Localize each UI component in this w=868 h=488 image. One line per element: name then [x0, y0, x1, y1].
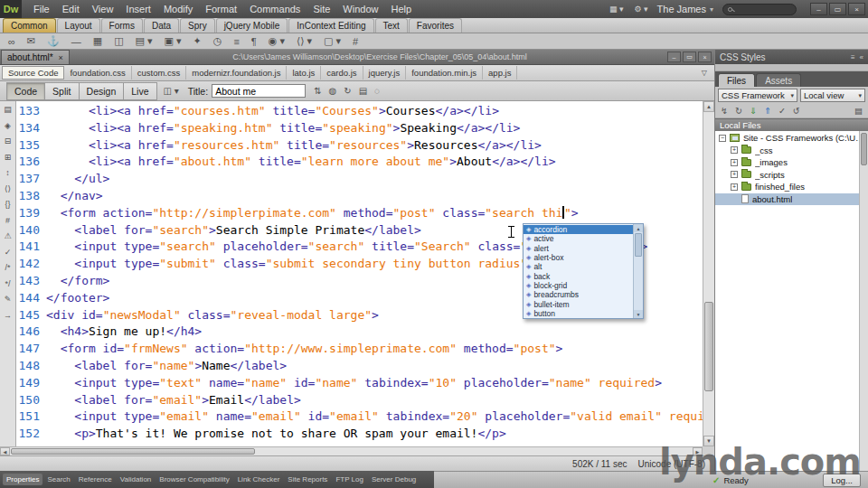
scroll-up-icon[interactable]: ▲	[634, 224, 643, 232]
view-select[interactable]: Local view ▾	[800, 89, 865, 102]
collapse-selection-icon[interactable]: ⊞	[5, 154, 12, 162]
hints-scrollbar[interactable]: ▲ ▼	[633, 224, 643, 318]
file-tree-item-scripts[interactable]: +_scripts	[715, 169, 868, 182]
code-hint-item[interactable]: ◈breadcrumbs	[524, 290, 633, 299]
insert-tab-data[interactable]: Data	[144, 18, 179, 33]
get-files-icon[interactable]: ⇓	[750, 106, 757, 116]
panel-menu-icon[interactable]: ≡	[851, 53, 855, 61]
code-navigator-icon[interactable]: ◈	[5, 122, 11, 130]
server-include-icon[interactable]: ≡	[233, 36, 239, 47]
code-text[interactable]: <form action="http://simplerpimate.com" …	[46, 205, 579, 222]
bottom-tab-server-debug[interactable]: Server Debug	[368, 474, 420, 485]
insert-tab-text[interactable]: Text	[375, 18, 408, 33]
remove-comment-icon[interactable]: */	[5, 280, 10, 288]
script-icon[interactable]: ⟨⟩ ▾	[297, 35, 312, 47]
related-file-cardo-js[interactable]: cardo.js	[321, 66, 363, 80]
code-hint-item[interactable]: ◈accordion	[524, 225, 633, 234]
scroll-down-icon[interactable]: ▼	[634, 310, 643, 318]
code-hint-item[interactable]: ◈alt	[524, 262, 633, 271]
layout-switcher-icon[interactable]: ▦ ▾	[609, 5, 624, 14]
select-parent-icon[interactable]: ⟨⟩	[5, 185, 11, 193]
widget-icon[interactable]: ✦	[193, 35, 202, 47]
expand-all-icon[interactable]: ↕	[5, 169, 10, 177]
collapse-panel-icon[interactable]: «	[860, 53, 863, 61]
code-text[interactable]: </footer>	[46, 290, 109, 307]
images-icon[interactable]: ▤ ▾	[136, 35, 153, 47]
highlight-invalid-icon[interactable]: ⚠	[4, 232, 11, 240]
menu-format[interactable]: Format	[199, 1, 243, 17]
code-text[interactable]: <form id="frmNews" action="http://www.si…	[46, 341, 562, 358]
minimize-button[interactable]: –	[810, 3, 827, 15]
code-hint-item[interactable]: ◈block-grid	[524, 281, 633, 290]
checkin-icon[interactable]: ↺	[793, 106, 800, 116]
date-icon[interactable]: ◷	[213, 35, 222, 47]
code-text[interactable]: <input type="text" name="name" id="name"…	[46, 375, 662, 392]
code-text[interactable]: <li><a href="courses.htm" title="Courses…	[46, 103, 499, 120]
extensions-icon[interactable]: ⚙ ▾	[634, 5, 647, 14]
expander-icon[interactable]: +	[731, 159, 738, 166]
open-documents-icon[interactable]: ▤	[4, 106, 12, 114]
tag-chooser-icon[interactable]: #	[353, 36, 358, 47]
insert-tab-incontext-editing[interactable]: InContext Editing	[288, 18, 373, 33]
hints-scroll-thumb[interactable]	[635, 233, 642, 257]
view-button-design[interactable]: Design	[79, 82, 125, 100]
view-button-live[interactable]: Live	[123, 82, 156, 100]
scroll-left-icon[interactable]: ◀	[0, 447, 10, 455]
related-file-custom-css[interactable]: custom.css	[132, 66, 187, 80]
code-hint-item[interactable]: ◈bullet-item	[524, 299, 633, 308]
expander-icon[interactable]: +	[731, 146, 738, 154]
code-hint-item[interactable]: ◈back	[524, 271, 633, 280]
put-files-icon[interactable]: ⇑	[764, 106, 771, 116]
code-text[interactable]: </ul>	[46, 171, 109, 188]
collapse-tag-icon[interactable]: ⊟	[5, 137, 12, 145]
app-logo[interactable]: Dw	[0, 0, 22, 18]
email-link-icon[interactable]: ✉	[27, 35, 35, 47]
close-button[interactable]: ×	[848, 3, 865, 15]
bottom-tab-site-reports[interactable]: Site Reports	[284, 474, 331, 485]
horizontal-scrollbar[interactable]: ◀ ▶	[0, 446, 703, 455]
code-text[interactable]: <label for="email">Email</label>	[46, 392, 301, 409]
bottom-tab-properties[interactable]: Properties	[3, 474, 42, 485]
code-text[interactable]: <p>That's it! We promise not to share OR…	[46, 426, 506, 443]
file-tree-item-images[interactable]: +_images	[715, 156, 868, 169]
scroll-up-icon[interactable]: ▲	[703, 101, 714, 112]
code-text[interactable]: <li><a href="about.htm" title="learn mor…	[46, 154, 556, 171]
visual-aids-icon[interactable]: ◌	[374, 86, 380, 96]
file-tree-item-about-html[interactable]: about.html	[715, 193, 868, 206]
bottom-tab-browser-compatibility[interactable]: Browser Compatibility	[156, 474, 232, 485]
search-input[interactable]	[722, 4, 797, 15]
hyperlink-icon[interactable]: ∞	[8, 36, 15, 47]
vertical-scrollbar[interactable]: ▲ ▼	[703, 101, 714, 446]
file-management-icon[interactable]: ⇅	[314, 86, 321, 96]
multiscreen-icon[interactable]: ◫ ▾	[164, 86, 179, 96]
view-button-code[interactable]: Code	[6, 82, 45, 100]
menu-modify[interactable]: Modify	[157, 1, 199, 17]
panel-tab-assets[interactable]: Assets	[756, 73, 801, 87]
code-text[interactable]: </form>	[46, 273, 109, 290]
bottom-tab-ftp-log[interactable]: FTP Log	[332, 474, 367, 485]
code-text[interactable]: </nav>	[46, 188, 103, 205]
menu-commands[interactable]: Commands	[243, 1, 307, 17]
syntax-alerts-icon[interactable]: ✓	[5, 249, 12, 257]
expander-icon[interactable]: +	[731, 171, 738, 178]
doc-minimize-button[interactable]: –	[667, 52, 681, 62]
menu-window[interactable]: Window	[336, 1, 384, 17]
doc-restore-button[interactable]: ▭	[683, 52, 696, 62]
menu-help[interactable]: Help	[384, 1, 418, 17]
related-file-app-js[interactable]: app.js	[483, 66, 517, 80]
code-text[interactable]: <label for="name">Name</label>	[46, 358, 287, 375]
table-icon[interactable]: ▦	[93, 35, 102, 47]
apply-comment-icon[interactable]: /*	[5, 264, 10, 272]
head-icon[interactable]: ◉ ▾	[269, 35, 285, 47]
code-text[interactable]: <input type="email" name="email" id="ema…	[46, 408, 703, 426]
code-hint-item[interactable]: ◈alert-box	[524, 253, 633, 262]
related-file-foundation-css[interactable]: foundation.css	[64, 66, 131, 80]
related-file-foundation-min-js[interactable]: foundation.min.js	[406, 66, 483, 80]
horizontal-rule-icon[interactable]: ―	[71, 36, 81, 47]
file-tree-item-site-css-frameworks-c-user[interactable]: −Site - CSS Frameworks (C:\User...	[715, 132, 868, 145]
expander-icon[interactable]: +	[731, 183, 738, 191]
title-input[interactable]	[212, 84, 306, 98]
panel-tab-files[interactable]: Files	[718, 73, 755, 87]
insert-tab-forms[interactable]: Forms	[101, 18, 143, 33]
code-text[interactable]: <label for="search">Search Simple Primat…	[46, 222, 421, 239]
